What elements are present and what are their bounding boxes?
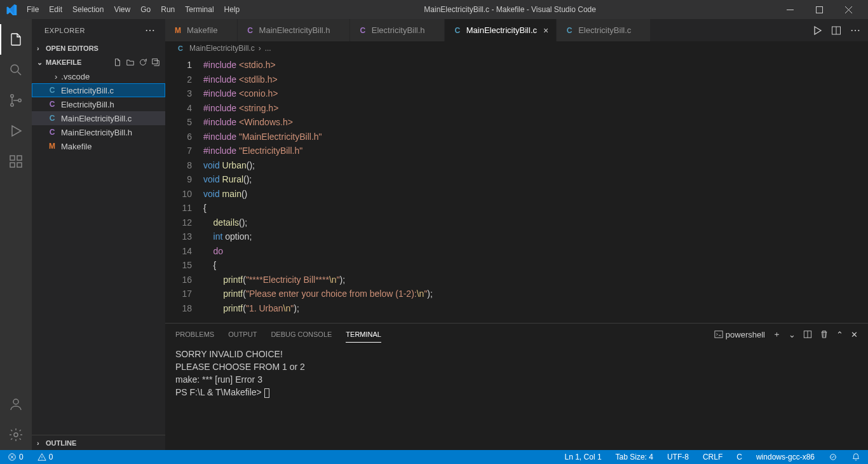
menu-terminal[interactable]: Terminal (180, 3, 219, 17)
more-actions-icon[interactable]: ⋯ (850, 24, 860, 36)
menu-go[interactable]: Go (135, 3, 156, 17)
new-terminal-icon[interactable]: ＋ (773, 329, 781, 340)
search-icon[interactable] (0, 55, 32, 85)
file-icon: C (564, 26, 574, 35)
svg-point-5 (18, 99, 21, 102)
panel-tab-problems[interactable]: PROBLEMS (175, 327, 214, 343)
svg-point-10 (13, 399, 18, 404)
notifications-icon[interactable] (849, 453, 863, 461)
statusbar: 0 0 Ln 1, Col 1 Tab Size: 4 UTF-8 CRLF C… (0, 450, 868, 464)
file-tree: › .vscode CElectricityBill.cCElectricity… (32, 69, 165, 435)
file-ElectricityBill.c[interactable]: CElectricityBill.c (32, 83, 165, 97)
menu-edit[interactable]: Edit (44, 3, 67, 17)
vscode-logo-icon (5, 3, 18, 16)
svg-rect-1 (816, 6, 822, 13)
collapse-all-icon[interactable] (151, 58, 160, 67)
svg-point-3 (11, 95, 13, 97)
file-icon: C (358, 26, 368, 35)
svg-rect-9 (17, 156, 22, 160)
file-icon: C (47, 114, 57, 123)
file-icon: C (245, 26, 255, 35)
sidebar: EXPLORER ⋯ › OPEN EDITORS ⌄ MAKEFILE › .… (32, 19, 165, 450)
encoding[interactable]: UTF-8 (665, 453, 691, 461)
file-icon: C (47, 100, 57, 109)
split-editor-icon[interactable] (831, 25, 841, 36)
editor[interactable]: 123456789101112131415161718 #include <st… (165, 55, 868, 323)
source-control-icon[interactable] (0, 85, 32, 116)
c-file-icon: C (175, 44, 186, 52)
run-debug-icon[interactable] (0, 116, 32, 146)
run-icon[interactable] (812, 25, 822, 36)
chevron-right-icon: › (37, 439, 46, 447)
file-icon: C (452, 26, 463, 35)
new-folder-icon[interactable] (126, 58, 135, 67)
editor-tabs: MMakefile×CMainElectricityBill.h×CElectr… (165, 19, 868, 41)
minimap[interactable] (798, 55, 868, 323)
terminal-shell-label[interactable]: powershell (714, 330, 765, 339)
file-MainElectricityBill.c[interactable]: CMainElectricityBill.c (32, 111, 165, 125)
cursor-position[interactable]: Ln 1, Col 1 (562, 453, 604, 461)
extensions-icon[interactable] (0, 146, 32, 177)
settings-gear-icon[interactable] (0, 420, 32, 450)
close-panel-icon[interactable]: ✕ (851, 330, 858, 339)
panel-tab-terminal[interactable]: TERMINAL (346, 327, 381, 343)
window-title: MainElectricityBill.c - Makefile - Visua… (245, 5, 775, 14)
build-kit[interactable]: windows-gcc-x86 (754, 453, 817, 461)
feedback-icon[interactable] (826, 453, 840, 461)
menubar: FileEditSelectionViewGoRunTerminalHelp M… (0, 0, 868, 19)
accounts-icon[interactable] (0, 389, 32, 420)
close-tab-icon[interactable]: × (543, 25, 548, 36)
tab-Makefile[interactable]: MMakefile× (165, 19, 238, 41)
file-MainElectricityBill.h[interactable]: CMainElectricityBill.h (32, 125, 165, 139)
maximize-button[interactable] (804, 0, 834, 19)
tab-MainElectricityBill.c[interactable]: CMainElectricityBill.c× (445, 19, 557, 41)
file-ElectricityBill.h[interactable]: CElectricityBill.h (32, 97, 165, 111)
errors-count[interactable]: 0 (5, 453, 26, 461)
menu-selection[interactable]: Selection (67, 3, 109, 17)
kill-terminal-icon[interactable] (820, 330, 829, 339)
panel-tab-output[interactable]: OUTPUT (228, 327, 257, 343)
menu-view[interactable]: View (109, 3, 135, 17)
tab-ElectricityBill.h[interactable]: CElectricityBill.h× (350, 19, 445, 41)
maximize-panel-icon[interactable]: ⌃ (836, 330, 843, 339)
new-file-icon[interactable] (113, 58, 122, 67)
panel: PROBLEMSOUTPUTDEBUG CONSOLETERMINAL powe… (165, 323, 868, 450)
file-Makefile[interactable]: MMakefile (32, 139, 165, 153)
file-icon: M (47, 142, 57, 151)
eol[interactable]: CRLF (700, 453, 725, 461)
file-icon: C (47, 86, 57, 95)
tab-ElectricityBill.c[interactable]: CElectricityBill.c× (557, 19, 651, 41)
sidebar-title: EXPLORER (44, 27, 85, 34)
breadcrumb[interactable]: C MainElectricityBill.c › ... (165, 41, 868, 55)
folder-vscode[interactable]: › .vscode (32, 69, 165, 83)
menu-help[interactable]: Help (219, 3, 245, 17)
file-icon: M (173, 26, 183, 35)
warnings-count[interactable]: 0 (35, 453, 56, 461)
chevron-right-icon: › (55, 72, 57, 81)
svg-point-11 (14, 433, 18, 437)
close-button[interactable] (834, 0, 863, 19)
svg-rect-12 (153, 59, 158, 64)
svg-point-2 (11, 65, 18, 72)
file-icon: C (47, 128, 57, 137)
minimize-button[interactable] (775, 0, 804, 19)
open-editors-section[interactable]: › OPEN EDITORS (32, 41, 165, 55)
split-terminal-icon[interactable] (803, 330, 812, 339)
tab-MainElectricityBill.h[interactable]: CMainElectricityBill.h× (238, 19, 350, 41)
sidebar-more-icon[interactable]: ⋯ (145, 24, 156, 36)
refresh-icon[interactable] (139, 58, 147, 67)
svg-rect-7 (10, 163, 15, 167)
activity-bar (0, 19, 32, 450)
terminal-dropdown-icon[interactable]: ⌄ (789, 330, 796, 339)
explorer-icon[interactable] (0, 24, 32, 55)
language-mode[interactable]: C (734, 453, 745, 461)
tab-size[interactable]: Tab Size: 4 (613, 453, 656, 461)
menu-run[interactable]: Run (156, 3, 180, 17)
menu-file[interactable]: File (22, 3, 44, 17)
svg-rect-8 (17, 163, 22, 167)
terminal-output[interactable]: SORRY INVALID CHOICE!PLEASE CHOOSE FROM … (165, 345, 868, 450)
project-section[interactable]: ⌄ MAKEFILE (32, 55, 165, 69)
outline-section[interactable]: › OUTLINE (32, 435, 165, 450)
panel-tab-debug-console[interactable]: DEBUG CONSOLE (271, 327, 332, 343)
svg-rect-6 (10, 156, 15, 160)
